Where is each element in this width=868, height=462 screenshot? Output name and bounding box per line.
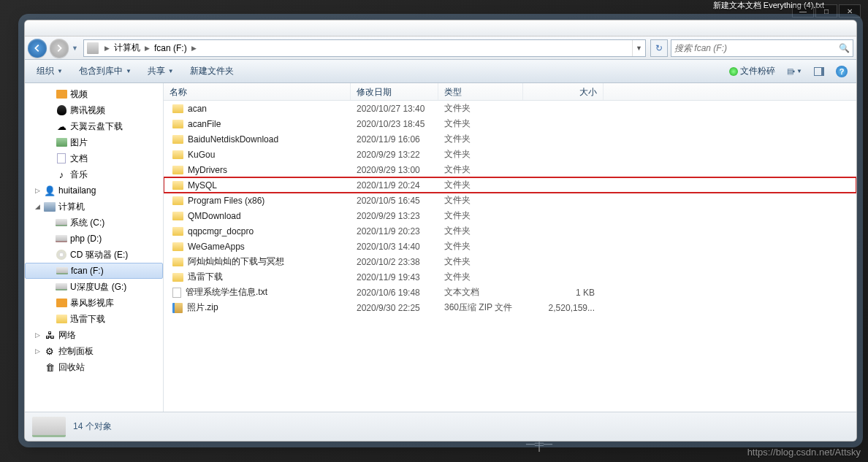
- new-folder-button[interactable]: 新建文件夹: [184, 62, 240, 80]
- sidebar-item[interactable]: ▷🖧网络: [25, 327, 163, 343]
- tree-item-icon: 🖧: [44, 329, 56, 341]
- tree-expand-icon[interactable]: ▷: [34, 331, 41, 339]
- sidebar-item[interactable]: ▷⚙控制面板: [25, 343, 163, 359]
- file-type-icon: [172, 288, 181, 298]
- sidebar-item[interactable]: 视频: [25, 86, 163, 102]
- tree-expand-icon[interactable]: ◢: [34, 203, 41, 210]
- tree-item-icon: [56, 313, 67, 325]
- sidebar-item[interactable]: U深度U盘 (G:): [25, 279, 163, 295]
- navigation-bar: ▼ ▶ 计算机 ▶ fcan (F:) ▶ ▼ ↻ 🔍: [25, 36, 856, 60]
- file-row[interactable]: MyDrivers2020/9/29 13:00文件夹: [164, 162, 856, 177]
- tree-expand-icon[interactable]: ▷: [34, 187, 41, 194]
- file-date: 2020/11/9 20:23: [351, 226, 438, 236]
- file-date: 2020/10/23 18:45: [351, 119, 438, 129]
- file-row[interactable]: acan2020/10/27 13:40文件夹: [164, 101, 856, 116]
- preview-pane-button[interactable]: [811, 66, 827, 77]
- file-name: MyDrivers: [188, 165, 227, 175]
- view-list-icon: ▤▪: [787, 67, 795, 75]
- sidebar-item[interactable]: 系统 (C:): [25, 215, 163, 231]
- column-headers: 名称 修改日期 类型 大小: [164, 83, 856, 101]
- breadcrumb-sep-icon[interactable]: ▶: [102, 45, 113, 52]
- bg-close-button[interactable]: ✕: [839, 4, 861, 18]
- navigation-pane[interactable]: 视频腾讯视频☁天翼云盘下载图片文档♪音乐▷👤huitailang◢计算机系统 (…: [25, 83, 164, 412]
- sidebar-item[interactable]: php (D:): [25, 231, 163, 247]
- file-date: 2020/9/29 13:23: [351, 211, 438, 221]
- column-header-size[interactable]: 大小: [523, 83, 604, 100]
- history-dropdown[interactable]: ▼: [72, 45, 79, 52]
- file-row[interactable]: qqpcmgr_docpro2020/11/9 20:23文件夹: [164, 223, 856, 239]
- file-shred-button[interactable]: 文件粉碎: [726, 63, 778, 79]
- help-button[interactable]: ?: [833, 64, 850, 79]
- sidebar-item[interactable]: 文档: [25, 150, 163, 166]
- titlebar[interactable]: [25, 20, 856, 36]
- column-header-type[interactable]: 类型: [438, 83, 523, 100]
- file-row[interactable]: MySQL2020/11/9 20:24文件夹: [164, 177, 856, 193]
- file-date: 2020/9/29 13:22: [351, 150, 438, 160]
- file-row[interactable]: 管理系统学生信息.txt2020/10/6 19:48文本文档1 KB: [164, 285, 856, 300]
- help-icon: ?: [836, 66, 848, 77]
- file-date: 2020/10/2 23:38: [351, 257, 438, 267]
- address-bar[interactable]: ▶ 计算机 ▶ fcan (F:) ▶ ▼: [83, 39, 646, 57]
- include-in-library-menu[interactable]: 包含到库中▼: [73, 62, 137, 80]
- column-header-date[interactable]: 修改日期: [351, 83, 438, 100]
- organize-menu[interactable]: 组织▼: [31, 62, 69, 80]
- back-button[interactable]: [28, 39, 47, 58]
- tree-item-label: 迅雷下载: [70, 313, 105, 326]
- file-row[interactable]: 阿灿灿灿灿的下载与冥想2020/10/2 23:38文件夹: [164, 254, 856, 269]
- breadcrumb-sep-icon[interactable]: ▶: [142, 45, 153, 52]
- file-row[interactable]: WeGameApps2020/10/3 14:40文件夹: [164, 239, 856, 254]
- file-row[interactable]: acanFile2020/10/23 18:45文件夹: [164, 116, 856, 131]
- refresh-icon: ↻: [655, 43, 663, 53]
- file-row[interactable]: KuGou2020/9/29 13:22文件夹: [164, 147, 856, 162]
- sidebar-item[interactable]: 图片: [25, 134, 163, 150]
- file-type-icon: [172, 303, 183, 313]
- tree-item-icon: ♪: [56, 169, 67, 180]
- refresh-button[interactable]: ↻: [650, 39, 668, 57]
- forward-button[interactable]: [50, 39, 69, 58]
- drive-thumbnail-icon: [32, 417, 66, 437]
- breadcrumb-sep-icon[interactable]: ▶: [189, 45, 199, 52]
- address-dropdown[interactable]: ▼: [632, 40, 645, 56]
- tree-item-icon: [56, 88, 67, 100]
- sidebar-item[interactable]: fcan (F:): [25, 263, 163, 279]
- pane-icon: [814, 67, 824, 76]
- tree-item-icon: [56, 265, 68, 277]
- file-row[interactable]: 照片.zip2020/9/30 22:25360压缩 ZIP 文件2,520,1…: [164, 300, 856, 315]
- sidebar-item[interactable]: 🗑回收站: [25, 359, 163, 375]
- file-type-icon: [172, 273, 183, 282]
- file-name: BaiduNetdiskDownload: [188, 134, 278, 145]
- sidebar-item[interactable]: ◢计算机: [25, 199, 163, 215]
- share-menu[interactable]: 共享▼: [142, 62, 180, 80]
- search-box[interactable]: 🔍: [671, 39, 853, 57]
- sidebar-item[interactable]: 迅雷下载: [25, 311, 163, 327]
- file-row[interactable]: 迅雷下载2020/11/9 19:43文件夹: [164, 269, 856, 285]
- tree-item-label: 图片: [70, 136, 88, 149]
- sidebar-item[interactable]: 暴风影视库: [25, 295, 163, 311]
- file-name: 照片.zip: [187, 301, 218, 314]
- file-row[interactable]: QMDownload2020/9/29 13:23文件夹: [164, 208, 856, 223]
- file-type-icon: [172, 120, 183, 128]
- breadcrumb-drive[interactable]: fcan (F:): [153, 43, 189, 53]
- sidebar-item[interactable]: ☁天翼云盘下载: [25, 118, 163, 134]
- sidebar-item[interactable]: ♪音乐: [25, 166, 163, 182]
- file-row[interactable]: Program Files (x86)2020/10/5 16:45文件夹: [164, 193, 856, 208]
- tree-expand-icon[interactable]: ▷: [34, 347, 41, 355]
- bg-minimize-button[interactable]: —: [792, 4, 814, 18]
- file-type-icon: [172, 227, 183, 236]
- sidebar-item[interactable]: ▷👤huitailang: [25, 182, 163, 199]
- search-icon[interactable]: 🔍: [839, 43, 850, 53]
- sidebar-item[interactable]: CD 驱动器 (E:): [25, 247, 163, 263]
- sidebar-item[interactable]: 腾讯视频: [25, 102, 163, 118]
- tree-item-label: 腾讯视频: [70, 104, 105, 117]
- breadcrumb-computer[interactable]: 计算机: [113, 42, 142, 54]
- column-header-name[interactable]: 名称: [164, 83, 351, 100]
- tree-item-label: 控制面板: [58, 345, 94, 358]
- bg-maximize-button[interactable]: □: [815, 4, 837, 18]
- view-options-button[interactable]: ▤▪▼: [784, 66, 805, 77]
- tree-item-label: php (D:): [70, 234, 102, 244]
- tree-item-icon: [56, 217, 67, 228]
- file-list-pane[interactable]: 名称 修改日期 类型 大小 acan2020/10/27 13:40文件夹aca…: [164, 83, 856, 412]
- search-input[interactable]: [674, 43, 836, 53]
- file-row[interactable]: BaiduNetdiskDownload2020/11/9 16:06文件夹: [164, 131, 856, 147]
- file-type-icon: [172, 181, 183, 190]
